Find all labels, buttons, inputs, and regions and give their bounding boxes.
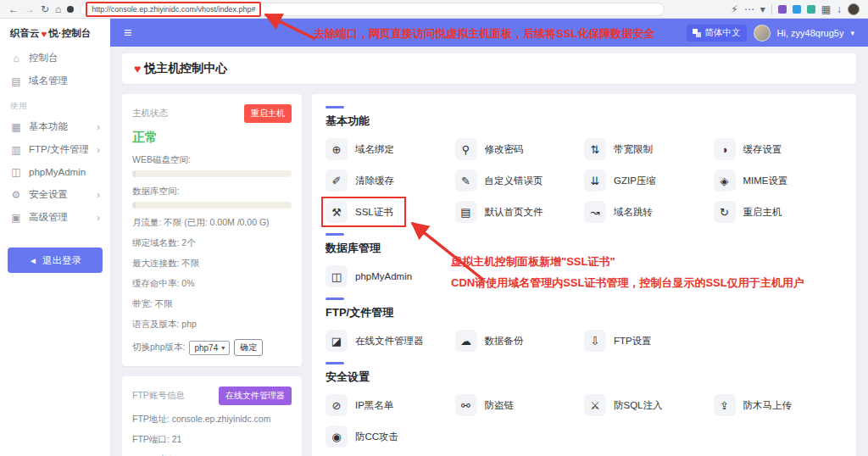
page-title-card: ♥ 悦主机控制中心 xyxy=(122,53,856,84)
func-anti-cc[interactable]: ◉ 防CC攻击 xyxy=(326,425,455,448)
sidebar-item-dashboard[interactable]: ⌂ 控制台 xyxy=(0,47,110,70)
func-anti-sql[interactable]: ⚔ 防SQL注入 xyxy=(584,394,714,416)
browser-profile-avatar[interactable] xyxy=(848,3,860,15)
extension-icon[interactable] xyxy=(807,5,815,14)
columns: 主机状态 重启主机 正常 WEB磁盘空间: 数据库空间: 月流量: 不限 (已用… xyxy=(122,94,856,456)
sidebar-item-security[interactable]: ⚙ 安全设置 › xyxy=(0,183,110,206)
func-change-password[interactable]: ⚲ 修改密码 xyxy=(455,138,585,160)
site-icon xyxy=(67,6,74,13)
back-icon[interactable]: ← xyxy=(8,4,19,14)
func-ip-blacklist[interactable]: ⊘ IP黑名单 xyxy=(326,394,455,416)
user-avatar[interactable] xyxy=(754,25,771,42)
php-confirm-button[interactable]: 确定 xyxy=(234,339,263,356)
func-domain-redirect[interactable]: ↝ 域名跳转 xyxy=(584,201,714,223)
chevron-right-icon: › xyxy=(97,121,100,133)
func-custom-error-page[interactable]: ✎ 自定义错误页 xyxy=(455,170,585,192)
extension-icon[interactable] xyxy=(793,5,801,14)
ellipsis-icon[interactable]: ⋯ xyxy=(744,4,754,14)
pencil-icon: ✎ xyxy=(455,170,477,192)
sidebar-item-ftp[interactable]: ▥ FTP/文件管理 › xyxy=(0,138,110,161)
functions-card: 基本功能 ⊕ 域名绑定 ⚲ 修改密码 ⇅ 带宽限制 xyxy=(312,94,856,456)
brand-left: 织音云 xyxy=(10,27,40,40)
home-icon[interactable]: ⌂ xyxy=(55,4,61,14)
func-clear-cache[interactable]: ✐ 清除缓存 xyxy=(326,170,455,192)
ban-icon: ⊘ xyxy=(326,394,348,416)
disk-progress-fill xyxy=(132,170,136,177)
ftp-address-row: FTP地址: console.ep.zhiyinidc.com xyxy=(132,414,292,425)
func-gzip[interactable]: ⇊ GZIP压缩 xyxy=(584,170,714,192)
func-label: GZIP压缩 xyxy=(614,175,656,187)
refresh-icon: ↻ xyxy=(714,201,736,223)
func-label: 带宽限制 xyxy=(614,143,653,156)
func-phpmyadmin[interactable]: ◫ phpMyAdmin xyxy=(326,265,455,287)
right-column: 基本功能 ⊕ 域名绑定 ⚲ 修改密码 ⇅ 带宽限制 xyxy=(312,94,856,456)
sidebar-item-phpmyadmin[interactable]: ◫ phpMyAdmin xyxy=(0,161,110,183)
func-label: FTP设置 xyxy=(614,335,652,348)
redirect-arrow-icon: ↝ xyxy=(584,201,606,223)
grid-icon[interactable]: ▦ xyxy=(821,4,831,14)
upload-block-icon: ⇪ xyxy=(714,394,736,416)
func-ssl-cert[interactable]: ⚒ SSL证书 xyxy=(326,201,402,223)
section-dash xyxy=(326,106,344,108)
target-icon: ◉ xyxy=(326,425,348,448)
lightning-icon[interactable]: ⚡ xyxy=(731,4,737,14)
sidebar: 织音云 ♥ 悦·控制台 ⌂ 控制台 ▤ 域名管理 使用 ▦ 基本功能 › ▥ F… xyxy=(0,19,110,456)
url-text[interactable]: http://console.ep.zhiyinidc.com/vhost/in… xyxy=(92,5,255,14)
hamburger-icon[interactable]: ≡ xyxy=(124,25,131,41)
func-bandwidth-limit[interactable]: ⇅ 带宽限制 xyxy=(584,138,714,160)
section-title-ftp: FTP/文件管理 xyxy=(326,305,843,320)
db-progress-bar xyxy=(132,202,292,209)
logout-button[interactable]: ◄ 退出登录 xyxy=(8,247,103,273)
refresh-icon[interactable]: ↻ xyxy=(41,4,49,14)
cache-hit-row: 缓存命中率: 0% xyxy=(132,278,292,290)
caret-down-icon: ▾ xyxy=(221,344,225,352)
forward-icon[interactable]: → xyxy=(25,4,35,14)
browser-chrome: ← → ↻ ⌂ http://console.ep.zhiyinidc.com/… xyxy=(0,0,868,19)
sidebar-item-label: 控制台 xyxy=(29,52,58,64)
disk-progress-bar xyxy=(132,170,292,177)
php-version-value: php74 xyxy=(194,343,218,353)
signal-icon: ⇅ xyxy=(584,138,606,160)
func-file-manager[interactable]: ◪ 在线文件管理器 xyxy=(326,330,455,352)
section-dash xyxy=(326,298,344,300)
sidebar-item-label: 域名管理 xyxy=(29,75,68,87)
address-bar[interactable]: http://console.ep.zhiyinidc.com/vhost/in… xyxy=(80,3,665,16)
php-version-select[interactable]: php74 ▾ xyxy=(189,341,230,355)
chevron-right-icon: › xyxy=(97,144,100,156)
func-anti-trojan[interactable]: ⇪ 防木马上传 xyxy=(714,394,843,416)
sidebar-item-label: FTP/文件管理 xyxy=(29,143,89,156)
restart-host-button[interactable]: 重启主机 xyxy=(244,104,292,123)
file-manager-button[interactable]: 在线文件管理器 xyxy=(219,386,292,405)
func-mime-settings[interactable]: ◈ MIME设置 xyxy=(714,170,843,192)
func-restart-host[interactable]: ↻ 重启主机 xyxy=(714,201,843,223)
sidebar-item-basic[interactable]: ▦ 基本功能 › xyxy=(0,115,110,138)
sidebar-item-advanced[interactable]: ▣ 高级管理 › xyxy=(0,206,110,229)
brand[interactable]: 织音云 ♥ 悦·控制台 xyxy=(0,19,110,47)
browser-toolbar-right: ⚡ ⋯ ▾ ▦ ↓ xyxy=(731,3,860,15)
caret-down-icon: ▾ xyxy=(850,29,854,37)
func-label: phpMyAdmin xyxy=(355,271,412,281)
file-icon: ▤ xyxy=(455,201,477,223)
language-badge[interactable]: 简体中文 xyxy=(687,25,747,42)
sidebar-item-label: 基本功能 xyxy=(29,120,68,133)
func-ftp-settings[interactable]: ⇩ FTP设置 xyxy=(584,330,714,352)
sidebar-item-label: phpMyAdmin xyxy=(29,167,86,177)
security-grid: ⊘ IP黑名单 ⚯ 防盗链 ⚔ 防SQL注入 ⇪ xyxy=(326,394,843,448)
func-default-index[interactable]: ▤ 默认首页文件 xyxy=(455,201,585,223)
func-domain-bind[interactable]: ⊕ 域名绑定 xyxy=(326,138,455,160)
sidebar-item-domains[interactable]: ▤ 域名管理 xyxy=(0,70,110,92)
download-icon[interactable]: ↓ xyxy=(837,4,842,14)
globe-icon: ⊕ xyxy=(326,138,348,160)
func-label: 防SQL注入 xyxy=(614,399,663,412)
user-menu[interactable]: Hi, zyy48qrug5y xyxy=(777,28,844,38)
brand-right: 悦·控制台 xyxy=(48,27,91,40)
func-label: 防盗链 xyxy=(485,399,515,412)
func-cache-settings[interactable]: ◑ 缓存设置 xyxy=(714,138,843,160)
chevron-down-icon[interactable]: ▾ xyxy=(760,4,765,14)
logout-label: 退出登录 xyxy=(42,254,81,267)
disk-space-label: WEB磁盘空间: xyxy=(132,154,292,166)
func-anti-hotlink[interactable]: ⚯ 防盗链 xyxy=(455,394,585,416)
extension-icon[interactable] xyxy=(778,5,787,14)
func-data-backup[interactable]: ☁ 数据备份 xyxy=(455,330,585,352)
chevron-right-icon: › xyxy=(97,212,100,224)
